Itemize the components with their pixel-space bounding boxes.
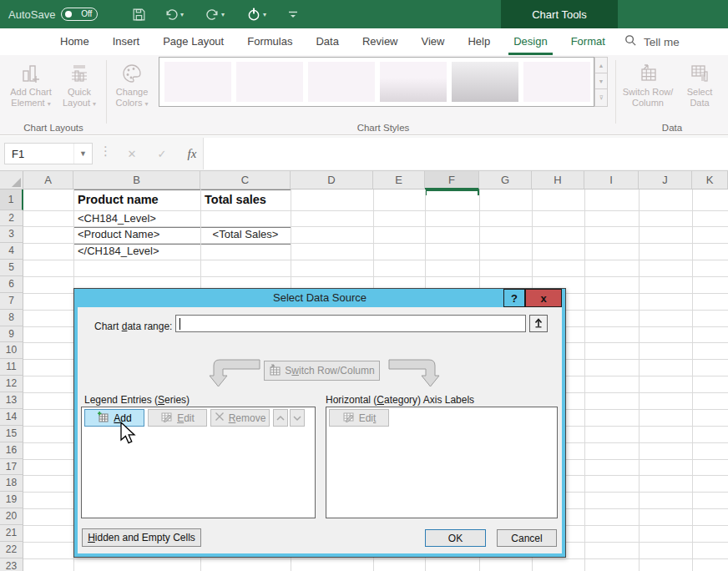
row-header-11[interactable]: 11 <box>0 359 23 376</box>
chart-data-range-input[interactable] <box>175 315 526 332</box>
switch-row-column-ribbon-button[interactable]: Switch Row/ Column <box>621 59 675 121</box>
cancel-button[interactable]: Cancel <box>497 529 557 547</box>
column-header-F[interactable]: F <box>425 171 479 189</box>
row-header-13[interactable]: 13 <box>0 392 23 409</box>
row-header-21[interactable]: 21 <box>0 525 23 542</box>
column-header-H[interactable]: H <box>532 171 584 189</box>
dialog-help-button[interactable]: ? <box>503 289 525 307</box>
tab-page-layout[interactable]: Page Layout <box>151 28 235 55</box>
row-header-18[interactable]: 18 <box>0 475 23 492</box>
edit-axis-labels-icon <box>342 411 355 426</box>
row-header-3[interactable]: 3 <box>0 226 23 243</box>
cell-C1[interactable]: Total sales <box>200 189 291 210</box>
row-header-4[interactable]: 4 <box>0 243 23 260</box>
name-box-dropdown-icon[interactable]: ▼ <box>73 144 92 164</box>
dialog-title[interactable]: Select Data Source <box>74 291 565 304</box>
undo-button[interactable]: ▾ <box>164 5 184 23</box>
tab-home[interactable]: Home <box>48 28 101 55</box>
touch-mouse-mode-button[interactable]: ▾ <box>246 5 266 23</box>
dialog-switch-row-column-button[interactable]: Switch Row/Column <box>264 361 380 381</box>
row-header-5[interactable]: 5 <box>0 260 23 276</box>
chart-style-thumbnail[interactable] <box>164 62 231 102</box>
edit-axis-labels-button[interactable]: Edit <box>329 409 389 427</box>
change-colors-button[interactable]: Change Colors <box>109 59 155 121</box>
chart-style-thumbnail[interactable] <box>452 62 518 102</box>
move-up-button[interactable] <box>273 409 288 427</box>
active-cell-border <box>425 189 479 195</box>
name-box[interactable]: F1 ▼ <box>4 143 93 164</box>
tab-view[interactable]: View <box>410 28 457 55</box>
row-header-19[interactable]: 19 <box>0 492 23 508</box>
row-header-2[interactable]: 2 <box>0 210 23 227</box>
remove-series-button[interactable]: Remove <box>210 409 270 427</box>
tab-format[interactable]: Format <box>559 28 617 55</box>
row-header-17[interactable]: 17 <box>0 459 23 476</box>
cell-B3[interactable]: <Product Name> <box>73 226 200 243</box>
row-header-22[interactable]: 22 <box>0 542 23 558</box>
gallery-more-button[interactable]: ⊽ <box>594 88 608 107</box>
add-chart-element-button[interactable]: Add Chart Element <box>7 59 55 121</box>
tab-insert[interactable]: Insert <box>101 28 152 55</box>
switch-row-column-label2: Column <box>632 98 664 109</box>
chart-style-thumbnail[interactable] <box>308 62 375 102</box>
chart-style-thumbnail[interactable] <box>523 62 590 102</box>
cell-C3[interactable]: <Total Sales> <box>200 226 291 243</box>
axis-labels-listbox[interactable]: Edit <box>326 407 558 518</box>
chart-style-thumbnail[interactable] <box>380 62 447 102</box>
ok-button[interactable]: OK <box>425 529 486 547</box>
row-header-20[interactable]: 20 <box>0 508 23 525</box>
redo-button[interactable]: ▾ <box>205 5 225 23</box>
row-header-12[interactable]: 12 <box>0 376 23 392</box>
row-header-8[interactable]: 8 <box>0 310 23 326</box>
add-chart-element-label2: Element <box>11 98 50 109</box>
quick-layout-button[interactable]: Quick Layout <box>57 59 102 121</box>
select-all-corner[interactable] <box>0 171 23 189</box>
select-data-ribbon-button[interactable]: Select Data <box>678 59 721 121</box>
edit-series-button[interactable]: Edit <box>148 409 207 427</box>
gallery-scroll-up-button[interactable]: ▲ <box>594 57 608 73</box>
dialog-close-button[interactable]: x <box>525 289 562 307</box>
column-header-E[interactable]: E <box>373 171 425 189</box>
column-header-J[interactable]: J <box>639 171 692 189</box>
row-header-16[interactable]: 16 <box>0 442 23 459</box>
cell-B2[interactable]: <CH184_Level> <box>73 210 200 227</box>
tell-me-control[interactable]: Tell me <box>624 28 680 55</box>
row-header-1[interactable]: 1 <box>0 189 23 210</box>
column-header-A[interactable]: A <box>23 171 73 189</box>
insert-function-button[interactable]: fx <box>179 143 205 164</box>
cell-B1[interactable]: Product name <box>73 189 200 210</box>
column-header-B[interactable]: B <box>73 171 200 189</box>
save-button[interactable] <box>132 5 146 23</box>
chart-styles-gallery <box>159 57 594 107</box>
row-header-23[interactable]: 23 <box>0 558 23 571</box>
column-header-D[interactable]: D <box>291 171 373 189</box>
row-header-14[interactable]: 14 <box>0 409 23 426</box>
gallery-scroll-down-button[interactable]: ▼ <box>594 73 608 89</box>
row-header-15[interactable]: 15 <box>0 426 23 442</box>
column-header-I[interactable]: I <box>584 171 639 189</box>
move-down-button[interactable] <box>290 409 305 427</box>
enter-entry-button[interactable]: ✓ <box>149 143 175 164</box>
cancel-entry-button[interactable]: ✕ <box>119 143 145 164</box>
tab-help[interactable]: Help <box>456 28 502 55</box>
customize-quick-access-toolbar-button[interactable] <box>287 5 299 23</box>
collapse-dialog-button[interactable] <box>529 315 548 332</box>
legend-entries-listbox[interactable]: Add Edit Remove <box>81 407 316 518</box>
column-header-C[interactable]: C <box>200 171 291 189</box>
autosave-toggle[interactable]: Off <box>61 8 98 21</box>
tab-design[interactable]: Design <box>502 28 559 55</box>
tab-data[interactable]: Data <box>304 28 350 55</box>
cell-B4[interactable]: </CH184_Level> <box>73 243 200 260</box>
row-header-6[interactable]: 6 <box>0 276 23 293</box>
edit-series-icon <box>160 411 173 426</box>
tab-formulas[interactable]: Formulas <box>235 28 304 55</box>
row-header-9[interactable]: 9 <box>0 326 23 343</box>
row-header-10[interactable]: 10 <box>0 342 23 359</box>
chart-style-thumbnail[interactable] <box>236 62 303 102</box>
row-header-7[interactable]: 7 <box>0 293 23 310</box>
tab-review[interactable]: Review <box>351 28 410 55</box>
column-header-G[interactable]: G <box>479 171 532 189</box>
column-header-K[interactable]: K <box>692 171 728 189</box>
hidden-and-empty-cells-button[interactable]: Hidden and Empty Cells <box>82 528 201 547</box>
formula-input[interactable] <box>203 138 728 169</box>
